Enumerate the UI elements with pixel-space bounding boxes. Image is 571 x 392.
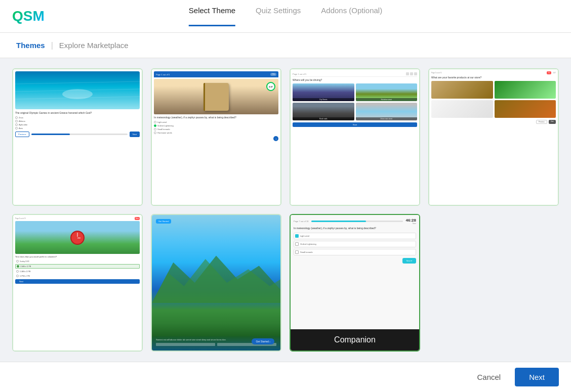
theme-card-image-grid[interactable]: Page 1 out of 5 Where will you be drivin… xyxy=(290,68,420,206)
theme-preview-food-grid: Page 3 out of 5 75 4:47 What are your fa… xyxy=(429,69,558,205)
theme-card-companion[interactable]: Page 7 out of 10 46:28 Timer In meteorol… xyxy=(290,214,420,352)
next-button[interactable]: Next xyxy=(515,368,559,386)
sub-nav-marketplace[interactable]: Explore Marketplace xyxy=(55,39,133,52)
svg-line-0 xyxy=(15,81,140,84)
cancel-button[interactable]: Cancel xyxy=(469,369,509,385)
sub-nav-themes[interactable]: Themes xyxy=(12,39,49,52)
theme-card-clock[interactable]: Page 6 out of 9 New Time does than you w… xyxy=(12,214,143,352)
theme-card-food-grid[interactable]: Page 3 out of 5 75 4:47 What are your fa… xyxy=(428,68,559,206)
theme-preview-mountain: Get Started Samest est will abusse diolo… xyxy=(152,215,280,351)
theme-card-classic[interactable]: The original Olympic Games in ancient Gr… xyxy=(12,68,143,206)
tab-select-theme[interactable]: Select Theme xyxy=(189,6,235,26)
svg-line-1 xyxy=(15,89,140,92)
theme-preview-clock: Page 6 out of 9 New Time does than you w… xyxy=(13,215,142,351)
sub-nav-divider: | xyxy=(51,41,53,50)
theme-card-mountain[interactable]: Get Started Samest est will abusse diolo… xyxy=(151,214,281,352)
tab-quiz-settings[interactable]: Quiz Settings xyxy=(256,6,301,26)
theme-preview-blue-book: Page 1 out of 5 75% 4:47 In meteorology … xyxy=(152,69,280,205)
main-content: The original Olympic Games in ancient Gr… xyxy=(0,58,571,362)
tab-addons[interactable]: Addons (Optional) xyxy=(321,6,382,26)
companion-label: Companion xyxy=(291,329,419,351)
theme-preview-image-grid: Page 1 out of 5 Where will you be drivin… xyxy=(291,69,419,205)
footer: Cancel Next xyxy=(0,362,571,392)
logo: QSM xyxy=(12,8,45,24)
logo-text: QSM xyxy=(12,8,45,24)
themes-grid: The original Olympic Games in ancient Gr… xyxy=(12,68,559,352)
theme-card-blue-book[interactable]: Page 1 out of 5 75% 4:47 In meteorology … xyxy=(151,68,281,206)
theme-preview-classic: The original Olympic Games in ancient Gr… xyxy=(13,69,142,205)
header: QSM Select Theme Quiz Settings Addons (O… xyxy=(0,0,571,33)
svg-line-2 xyxy=(15,97,140,99)
sub-nav: Themes | Explore Marketplace xyxy=(0,33,571,58)
nav-tabs: Select Theme Quiz Settings Addons (Optio… xyxy=(189,6,382,26)
